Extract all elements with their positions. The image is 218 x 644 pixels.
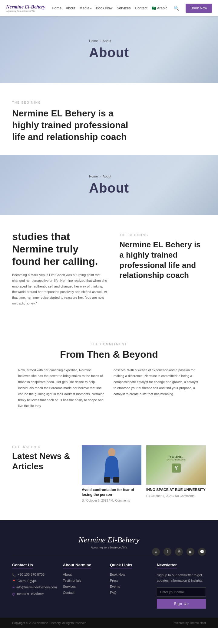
young-logo-icon: Y <box>170 462 182 474</box>
hero-title-1: About <box>89 45 129 60</box>
commitment-label: THE COMMITMENT <box>18 343 200 346</box>
footer-logo-area: Nermine El-Behery A journey to a balance… <box>12 535 206 549</box>
commitment-text-grid: Now, armed with her coaching expertise, … <box>18 367 200 409</box>
footer-powered-by: Powered by Theme Host <box>173 621 206 625</box>
svg-point-0 <box>108 448 115 457</box>
footer-social: ♫ f ☘ ▶ 💬 <box>12 548 206 556</box>
search-icon[interactable]: 🔍 <box>174 6 179 11</box>
svg-text:Y: Y <box>174 466 178 471</box>
hero-section-1: Home › About About <box>0 16 218 83</box>
begining-right: THE BEGINING Nermine EL Behery is a high… <box>113 230 206 281</box>
footer-contact-list: 📞 +20 103 370 8703 📍 Cairo, Egypt. ✉ inf… <box>12 573 57 596</box>
instagram-icon[interactable]: ☘ <box>175 548 183 556</box>
footer-newsletter-col: Newsletter Signup to our newsletter to g… <box>157 562 206 609</box>
breadcrumb-1: Home › About <box>89 39 129 43</box>
svg-rect-1 <box>104 477 110 483</box>
footer-newsletter-title: Newsletter <box>157 563 177 568</box>
hero-section-2: Home › About About <box>0 155 218 215</box>
breadcrumb-page-1: About <box>103 39 111 43</box>
footer-quicklinks-title: Quick Links <box>110 563 132 568</box>
footer-about-list: About Testimonials Services Contact <box>63 573 104 594</box>
news-card-2: YOUNG ENTREPRENEURS Y INNO SPACE AT BUE … <box>146 445 206 502</box>
logo-sub: A journey to a balanced life <box>6 10 45 12</box>
commitment-section: THE COMMITMENT From Then & Beyond Now, a… <box>0 324 218 428</box>
email-icon: ✉ <box>12 586 15 589</box>
calling-overlap-section: studies that Nermine truly found her cal… <box>0 215 218 324</box>
footer-ql-item-3: FAQ <box>110 591 151 594</box>
svg-rect-2 <box>113 477 119 483</box>
breadcrumb-chevron-2: › <box>100 175 101 178</box>
footer-social-handle: nermine_elbehery <box>17 592 44 595</box>
young-logo-area: YOUNG ENTREPRENEURS Y <box>167 455 186 475</box>
newsletter-signup-button[interactable]: Sign Up <box>157 599 206 609</box>
footer-ql-link-3[interactable]: FAQ <box>110 591 117 594</box>
calling-title: studies that Nermine truly found her cal… <box>12 230 107 267</box>
news-card-title-1: Avoid confrontation for fear of losing t… <box>82 488 141 497</box>
nav-arabic[interactable]: 🇸🇦 Arabic <box>152 6 167 10</box>
news-img-1 <box>82 445 141 485</box>
footer-about-title: About Nermine <box>63 563 91 568</box>
location-icon: 📍 <box>12 580 16 583</box>
footer-address: Cairo, Egypt. <box>18 579 37 583</box>
footer-contact-col: Contact Us 📞 +20 103 370 8703 📍 Cairo, E… <box>12 562 57 609</box>
footer-about-link-0[interactable]: About <box>63 573 72 576</box>
footer-ql-item-2: Events <box>110 585 151 588</box>
phone-icon: 📞 <box>12 573 16 577</box>
calling-text: Becoming a Mars Venus Life Coach was a t… <box>12 272 107 306</box>
news-label: GET INSPIRED <box>12 445 73 449</box>
nav-contact[interactable]: Contact <box>135 6 147 10</box>
social-handle-icon: @ <box>12 592 15 596</box>
footer-address-item: 📍 Cairo, Egypt. <box>12 579 57 583</box>
footer-logo-main: Nermine El-Behery <box>12 535 206 545</box>
newsletter-email-input[interactable] <box>157 587 206 597</box>
footer-ql-link-0[interactable]: Book Now <box>110 573 125 576</box>
begining-heading-1: Nermine EL Behery is a highly trained pr… <box>12 107 139 143</box>
footer-about-col: About Nermine About Testimonials Service… <box>63 562 104 609</box>
whatsapp-icon[interactable]: 💬 <box>198 548 206 556</box>
nav-links: Home About Media Book Now Services Conta… <box>52 6 167 10</box>
news-section-title: Latest News & Articles <box>12 451 73 471</box>
tiktok-icon[interactable]: ♫ <box>152 548 160 556</box>
begining-heading-2: Nermine EL Behery is a highly trained pr… <box>119 240 206 281</box>
footer-phone-item: 📞 +20 103 370 8703 <box>12 573 57 577</box>
footer-about-item-0: About <box>63 573 104 576</box>
nav-services[interactable]: Services <box>117 6 130 10</box>
footer-ql-link-1[interactable]: Press <box>110 579 118 582</box>
footer-ql-link-2[interactable]: Events <box>110 585 120 588</box>
logo-main: Nermine El-Behery <box>6 4 45 10</box>
young-logo-text: YOUNG <box>167 455 186 459</box>
facebook-icon[interactable]: f <box>164 548 171 556</box>
nav-booknow[interactable]: Book Now <box>96 6 113 10</box>
nav-media[interactable]: Media <box>80 6 92 10</box>
calling-left: studies that Nermine truly found her cal… <box>12 230 107 306</box>
nav-about[interactable]: About <box>66 6 75 10</box>
footer-about-item-3: Contact <box>63 591 104 594</box>
news-card-meta-2: E / October 1, 2023 / No Comments <box>146 494 206 498</box>
footer-copyright: Copyright © 2023 Nermine Elbehery, All r… <box>12 621 87 625</box>
footer-about-link-1[interactable]: Testimonials <box>63 579 81 582</box>
footer-email[interactable]: info@nermineelbehery.com <box>16 585 57 589</box>
book-now-button[interactable]: Book Now <box>186 4 212 13</box>
footer-about-item-2: Services <box>63 585 104 588</box>
young-logo-sub: ENTREPRENEURS <box>167 459 186 461</box>
footer-about-link-3[interactable]: Contact <box>63 591 74 594</box>
commitment-title: From Then & Beyond <box>18 349 200 360</box>
footer-email-item: ✉ info@nermineelbehery.com <box>12 585 57 589</box>
news-img-2: YOUNG ENTREPRENEURS Y <box>146 445 206 485</box>
breadcrumb-home-1: Home <box>89 39 98 43</box>
footer-about-item-1: Testimonials <box>63 579 104 582</box>
footer-columns: Contact Us 📞 +20 103 370 8703 📍 Cairo, E… <box>12 556 206 609</box>
newsletter-desc: Signup to our newsletter to get updates,… <box>157 573 206 583</box>
footer-quicklinks-col: Quick Links Book Now Press Events FAQ <box>110 562 151 609</box>
footer-bottom: Copyright © 2023 Nermine Elbehery, All r… <box>0 618 218 628</box>
footer-about-link-2[interactable]: Services <box>63 585 76 588</box>
breadcrumb-page-2: About <box>103 174 111 178</box>
logo: Nermine El-Behery A journey to a balance… <box>6 4 45 12</box>
begining-section-1: THE BEGINING Nermine EL Behery is a high… <box>0 83 218 155</box>
begining-label-1: THE BEGINING <box>12 101 206 104</box>
footer-ql-item-1: Press <box>110 579 151 582</box>
nav-home[interactable]: Home <box>52 6 61 10</box>
youtube-icon[interactable]: ▶ <box>187 548 194 556</box>
person-figure-1 <box>101 447 122 483</box>
footer-top: Nermine El-Behery A journey to a balance… <box>12 535 206 556</box>
